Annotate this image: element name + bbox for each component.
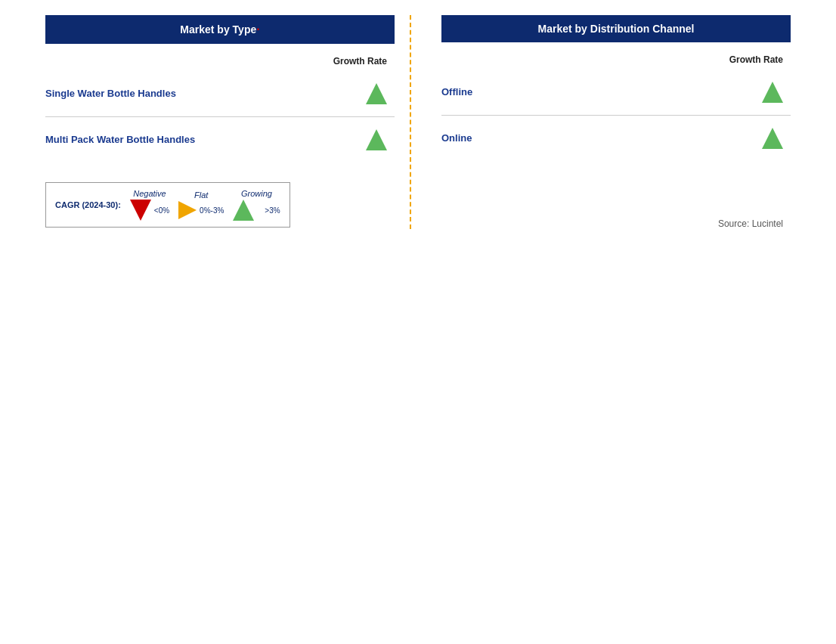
right-item-row-1: Offline <box>441 73 791 112</box>
right-item-label-1: Offline <box>441 85 472 99</box>
legend-negative: Negative <0% <box>130 189 169 221</box>
left-section-header: Market by Type· <box>45 15 395 44</box>
left-item-row-2: Multi Pack Water Bottle Handles <box>45 120 395 159</box>
right-item-row-2: Online <box>441 119 791 158</box>
growing-arrow-icon <box>233 200 254 221</box>
cagr-label: CAGR (2024-30): <box>55 200 121 209</box>
right-title: Market by Distribution Channel <box>538 23 695 35</box>
left-title: Market by Type <box>180 23 256 36</box>
right-divider-1 <box>441 115 791 116</box>
flat-value: 0%-3% <box>200 206 224 215</box>
right-up-arrow-icon-1 <box>762 82 783 103</box>
legend-box: CAGR (2024-30): Negative <0% Flat 0%-3% … <box>45 182 290 228</box>
right-section-header: Market by Distribution Channel <box>441 15 791 42</box>
divider-1 <box>45 116 395 117</box>
up-arrow-icon-1 <box>366 83 387 104</box>
left-growth-label: Growth Rate <box>45 56 395 67</box>
left-item-label-2: Multi Pack Water Bottle Handles <box>45 133 195 147</box>
main-container: Market by Type· Growth Rate Single Water… <box>0 0 836 244</box>
right-item-label-2: Online <box>441 132 472 145</box>
left-item-label-1: Single Water Bottle Handles <box>45 87 176 101</box>
right-up-arrow-icon-2 <box>762 128 783 149</box>
growing-label: Growing <box>241 189 272 198</box>
left-panel: Market by Type· Growth Rate Single Water… <box>45 15 411 229</box>
right-growth-label: Growth Rate <box>441 54 791 65</box>
flat-label: Flat <box>194 190 208 200</box>
up-arrow-icon-2 <box>366 129 387 150</box>
source-text: Source: Lucintel <box>441 218 791 229</box>
legend-flat: Flat 0%-3% <box>178 190 224 219</box>
legend-growing: Growing >3% <box>233 189 280 221</box>
negative-value: <0% <box>154 206 169 215</box>
down-arrow-icon <box>130 200 151 221</box>
right-panel: Market by Distribution Channel Growth Ra… <box>411 15 791 229</box>
left-item-row-1: Single Water Bottle Handles <box>45 74 395 113</box>
red-dot: · <box>256 23 259 36</box>
growing-value: >3% <box>265 206 280 215</box>
negative-label: Negative <box>133 189 166 198</box>
flat-arrow-icon <box>178 201 197 219</box>
